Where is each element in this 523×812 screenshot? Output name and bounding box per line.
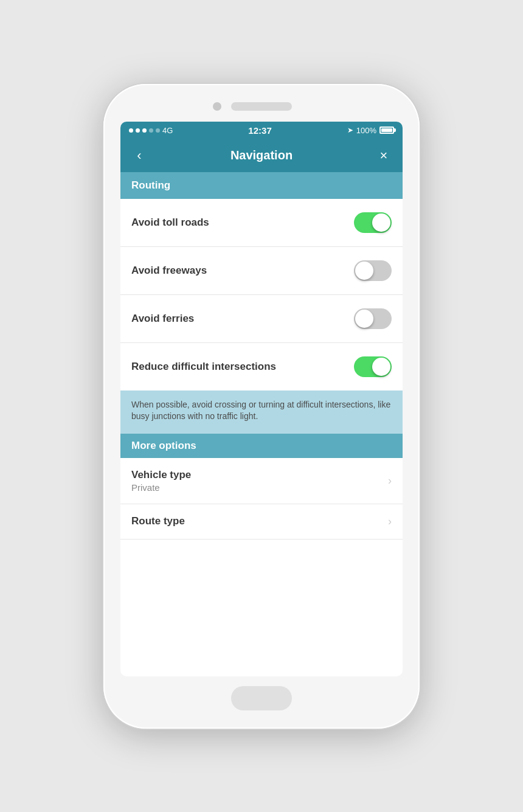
phone-device: 4G 12:37 ➤ 100% ‹ Navigation × Routing A…: [103, 84, 420, 729]
vehicle-type-content: Vehicle type Private: [131, 469, 191, 493]
phone-speaker: [231, 102, 292, 111]
avoid-toll-roads-row: Avoid toll roads: [120, 199, 403, 247]
reduce-intersections-thumb: [372, 358, 390, 376]
route-type-content: Route type: [131, 515, 185, 527]
route-type-title: Route type: [131, 515, 185, 527]
page-title: Navigation: [230, 148, 293, 162]
avoid-freeways-toggle[interactable]: [354, 260, 392, 281]
routing-section-header: Routing: [120, 172, 403, 199]
signal-dot-4: [149, 128, 153, 133]
avoid-ferries-track: [354, 308, 392, 329]
status-time: 12:37: [248, 125, 271, 136]
vehicle-type-subtitle: Private: [131, 482, 191, 493]
reduce-intersections-track: [354, 356, 392, 377]
home-button[interactable]: [231, 686, 292, 710]
avoid-ferries-thumb: [355, 310, 373, 328]
avoid-ferries-toggle[interactable]: [354, 308, 392, 329]
close-button[interactable]: ×: [375, 148, 393, 164]
route-type-chevron-icon: ›: [388, 515, 392, 528]
nav-rows: Vehicle type Private › Route type ›: [120, 458, 403, 540]
avoid-freeways-row: Avoid freeways: [120, 247, 403, 295]
reduce-intersections-row: Reduce difficult intersections: [120, 343, 403, 390]
status-bar: 4G 12:37 ➤ 100%: [120, 122, 403, 139]
avoid-toll-roads-toggle[interactable]: [354, 212, 392, 233]
vehicle-type-chevron-icon: ›: [388, 474, 392, 487]
signal-dot-5: [156, 128, 160, 133]
signal-dot-2: [136, 128, 140, 133]
status-left: 4G: [129, 126, 173, 135]
avoid-toll-roads-thumb: [372, 213, 390, 232]
status-right: ➤ 100%: [347, 126, 394, 135]
phone-screen: 4G 12:37 ➤ 100% ‹ Navigation × Routing A…: [120, 122, 403, 676]
battery-icon: [379, 127, 394, 134]
avoid-ferries-label: Avoid ferries: [131, 313, 194, 325]
vehicle-type-row[interactable]: Vehicle type Private ›: [120, 458, 403, 504]
signal-dot-3: [142, 128, 147, 133]
route-type-row[interactable]: Route type ›: [120, 504, 403, 540]
avoid-freeways-thumb: [355, 262, 373, 280]
more-options-section-header: More options: [120, 434, 403, 458]
reduce-intersections-label: Reduce difficult intersections: [131, 361, 276, 373]
signal-dot-1: [129, 128, 133, 133]
description-block: When possible, avoid crossing or turning…: [120, 390, 403, 434]
location-arrow-icon: ➤: [347, 126, 353, 134]
back-button[interactable]: ‹: [130, 148, 148, 164]
reduce-intersections-toggle[interactable]: [354, 356, 392, 377]
battery-percent: 100%: [356, 126, 376, 135]
description-text: When possible, avoid crossing or turning…: [131, 399, 392, 423]
avoid-freeways-track: [354, 260, 392, 281]
avoid-ferries-row: Avoid ferries: [120, 295, 403, 343]
network-label: 4G: [162, 126, 173, 135]
avoid-toll-roads-track: [354, 212, 392, 233]
avoid-freeways-label: Avoid freeways: [131, 265, 207, 277]
settings-list: Avoid toll roads Avoid freeways Av: [120, 199, 403, 390]
battery-fill: [381, 128, 392, 132]
nav-header: ‹ Navigation ×: [120, 139, 403, 172]
vehicle-type-title: Vehicle type: [131, 469, 191, 481]
avoid-toll-roads-label: Avoid toll roads: [131, 217, 209, 229]
